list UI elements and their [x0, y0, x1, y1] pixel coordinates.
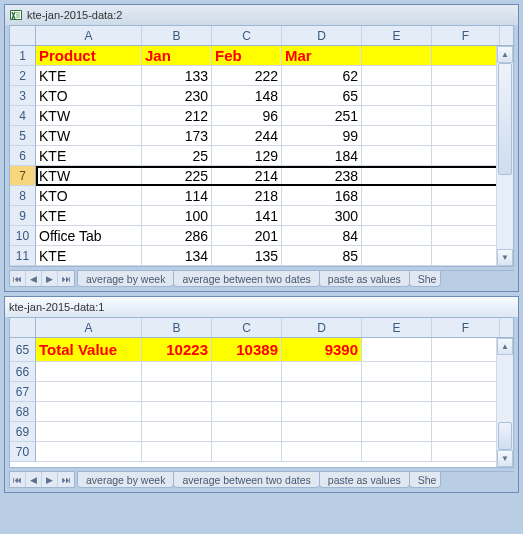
tab-nav-first-icon[interactable]: ⏮: [10, 472, 26, 487]
cell[interactable]: KTO: [36, 86, 142, 106]
vertical-scrollbar[interactable]: ▲ ▼: [496, 338, 513, 467]
row-header[interactable]: 67: [10, 382, 36, 402]
title-bar[interactable]: kte-jan-2015-data:2: [5, 5, 518, 25]
cell[interactable]: [432, 422, 500, 442]
cell[interactable]: [432, 166, 500, 186]
cell[interactable]: 114: [142, 186, 212, 206]
row-header[interactable]: 70: [10, 442, 36, 462]
cell[interactable]: [432, 442, 500, 462]
col-header-a[interactable]: A: [36, 26, 142, 45]
cell[interactable]: 212: [142, 106, 212, 126]
cell[interactable]: KTE: [36, 206, 142, 226]
cell[interactable]: [432, 146, 500, 166]
cell[interactable]: [362, 442, 432, 462]
cell[interactable]: 96: [212, 106, 282, 126]
cell[interactable]: 85: [282, 246, 362, 266]
tab-nav-last-icon[interactable]: ⏭: [58, 472, 74, 487]
cell-total-feb[interactable]: 10389: [212, 338, 282, 362]
cell[interactable]: [282, 422, 362, 442]
cell[interactable]: [36, 422, 142, 442]
cell[interactable]: 286: [142, 226, 212, 246]
cell[interactable]: 100: [142, 206, 212, 226]
cell[interactable]: KTW: [36, 126, 142, 146]
scroll-thumb[interactable]: [498, 422, 512, 451]
cell[interactable]: [432, 226, 500, 246]
cell[interactable]: [432, 338, 500, 362]
sheet-tab[interactable]: average between two dates: [173, 271, 319, 287]
cell[interactable]: [432, 382, 500, 402]
col-header-c[interactable]: C: [212, 26, 282, 45]
col-header-b[interactable]: B: [142, 318, 212, 337]
row-header[interactable]: 5: [10, 126, 36, 146]
cell[interactable]: 99: [282, 126, 362, 146]
cell[interactable]: [212, 402, 282, 422]
cell[interactable]: 173: [142, 126, 212, 146]
title-bar[interactable]: kte-jan-2015-data:1: [5, 297, 518, 317]
cell[interactable]: [432, 362, 500, 382]
cell[interactable]: [362, 246, 432, 266]
sheet-tab[interactable]: She: [409, 472, 442, 488]
cell[interactable]: 225: [142, 166, 212, 186]
cell[interactable]: [432, 186, 500, 206]
cell[interactable]: [142, 362, 212, 382]
cell-total-jan[interactable]: 10223: [142, 338, 212, 362]
cell[interactable]: [282, 442, 362, 462]
cell[interactable]: KTO: [36, 186, 142, 206]
col-header-c[interactable]: C: [212, 318, 282, 337]
row-header[interactable]: 69: [10, 422, 36, 442]
row-header[interactable]: 4: [10, 106, 36, 126]
sheet-tab[interactable]: average by week: [77, 271, 174, 287]
cell[interactable]: KTE: [36, 66, 142, 86]
cell-total-mar[interactable]: 9390: [282, 338, 362, 362]
cell[interactable]: 129: [212, 146, 282, 166]
scroll-track[interactable]: [497, 355, 513, 450]
cell[interactable]: 184: [282, 146, 362, 166]
col-header-f[interactable]: F: [432, 318, 500, 337]
cell[interactable]: [212, 422, 282, 442]
cell[interactable]: 84: [282, 226, 362, 246]
cell[interactable]: [282, 382, 362, 402]
row-header[interactable]: 8: [10, 186, 36, 206]
row-header[interactable]: 7: [10, 166, 36, 186]
cell[interactable]: [36, 442, 142, 462]
cell[interactable]: 222: [212, 66, 282, 86]
sheet-tab[interactable]: She: [409, 271, 442, 287]
cell-product-header[interactable]: Product: [36, 46, 142, 66]
sheet-tab[interactable]: paste as values: [319, 271, 410, 287]
cell[interactable]: [142, 402, 212, 422]
cell[interactable]: [282, 402, 362, 422]
sheet-tab[interactable]: average by week: [77, 472, 174, 488]
cell[interactable]: 251: [282, 106, 362, 126]
scroll-track[interactable]: [497, 63, 513, 249]
cell[interactable]: [362, 382, 432, 402]
cell[interactable]: 214: [212, 166, 282, 186]
col-header-b[interactable]: B: [142, 26, 212, 45]
cell[interactable]: 25: [142, 146, 212, 166]
cell[interactable]: 135: [212, 246, 282, 266]
cell[interactable]: 201: [212, 226, 282, 246]
cell[interactable]: [432, 402, 500, 422]
cell[interactable]: [212, 362, 282, 382]
cell[interactable]: [362, 186, 432, 206]
select-all-corner[interactable]: [10, 26, 36, 46]
row-header[interactable]: 66: [10, 362, 36, 382]
cell[interactable]: [362, 146, 432, 166]
scroll-thumb[interactable]: [498, 63, 512, 175]
row-header[interactable]: 10: [10, 226, 36, 246]
cell[interactable]: 65: [282, 86, 362, 106]
cell[interactable]: 62: [282, 66, 362, 86]
cell[interactable]: 300: [282, 206, 362, 226]
cell[interactable]: KTW: [36, 106, 142, 126]
cell[interactable]: [212, 442, 282, 462]
cell-feb-header[interactable]: Feb: [212, 46, 282, 66]
row-header[interactable]: 11: [10, 246, 36, 266]
cell[interactable]: [362, 86, 432, 106]
cell[interactable]: [432, 46, 500, 66]
cell[interactable]: [432, 126, 500, 146]
cell[interactable]: [432, 206, 500, 226]
cell[interactable]: [142, 442, 212, 462]
cell[interactable]: [362, 106, 432, 126]
tab-nav-prev-icon[interactable]: ◀: [26, 472, 42, 487]
cell[interactable]: 218: [212, 186, 282, 206]
tab-nav-prev-icon[interactable]: ◀: [26, 271, 42, 286]
